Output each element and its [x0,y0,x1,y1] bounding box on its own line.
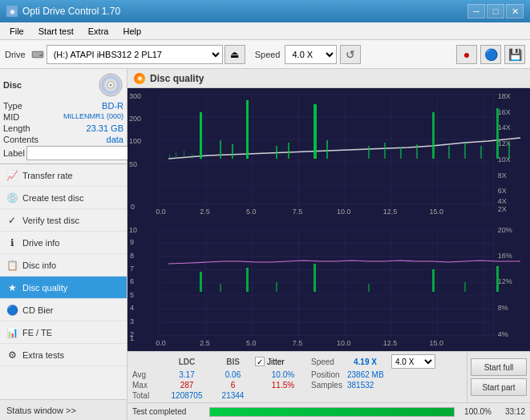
svg-rect-7 [127,88,530,220]
progress-area: Test completed 100.0% 33:12 [127,402,530,420]
svg-text:12.5: 12.5 [383,208,398,216]
action-buttons: Start full Start part [467,352,530,402]
svg-text:5.0: 5.0 [246,339,257,347]
svg-text:10: 10 [129,226,137,234]
sidebar-item-verify-test-disc[interactable]: ✓ Verify test disc [0,209,127,232]
stats-area: LDC BIS ✓ Jitter Speed 4.19 X 4.0 X Avg [127,351,530,402]
svg-rect-53 [368,146,370,159]
stats-table: LDC BIS ✓ Jitter Speed 4.19 X 4.0 X Avg [127,352,467,402]
progress-bar-fill [210,408,454,416]
samples-value: 381532 [347,381,411,390]
settings-button[interactable]: ● [456,45,477,64]
length-label: Length [3,123,30,133]
label-label: Label [3,148,25,158]
sidebar-item-disc-quality[interactable]: ★ Disc quality [0,277,127,299]
ldc-header: LDC [163,357,211,366]
max-jitter: 11.5% [255,381,311,390]
svg-rect-66 [192,154,192,159]
drive-info-icon: ℹ [6,237,18,248]
extra-tests-icon: ⚙ [6,349,18,361]
status-window-label: Status window >> [6,406,76,415]
svg-rect-116 [464,282,466,292]
total-row: Total 1208705 21344 [132,391,462,400]
svg-text:15.0: 15.0 [430,208,444,216]
app-icon: ◉ [6,6,18,17]
nav-section: 📈 Transfer rate 💿 Create test disc ✓ Ver… [0,164,127,399]
sidebar-item-extra-tests[interactable]: ⚙ Extra tests [0,344,127,366]
menu-extra[interactable]: Extra [82,25,115,38]
svg-text:8%: 8% [498,304,508,312]
sidebar-item-cd-bier[interactable]: 🔵 CD Bier [0,299,127,321]
chart-icon: ◉ [134,73,145,84]
position-value: 23862 MB [347,370,411,379]
mid-label: MID [3,112,19,122]
sidebar-item-fe-te[interactable]: 📊 FE / TE [0,321,127,344]
eject-button[interactable]: ⏏ [225,45,245,64]
max-ldc: 287 [163,381,211,390]
svg-rect-46 [246,100,249,159]
sidebar-item-transfer-rate[interactable]: 📈 Transfer rate [0,164,127,187]
content-panel: ◉ Disc quality LDC Read speed [127,69,530,420]
sidebar-item-create-test-disc[interactable]: 💿 Create test disc [0,187,127,209]
menu-help[interactable]: Help [116,25,148,38]
svg-rect-114 [276,282,277,292]
sidebar: Disc Type BD-R MID MILLENMR1 (000) [0,69,127,420]
sidebar-item-drive-info[interactable]: ℹ Drive info [0,232,127,254]
svg-text:14X: 14X [498,123,511,131]
svg-text:4%: 4% [498,330,508,338]
refresh-button[interactable]: ↺ [340,45,361,64]
contents-label: Contents [3,135,38,144]
svg-text:200: 200 [129,115,141,123]
progress-status: Test completed [132,407,204,416]
svg-rect-57 [432,112,435,159]
svg-text:12%: 12% [498,277,512,285]
disc-quality-label: Disc quality [22,283,67,293]
start-part-button[interactable]: Start part [471,378,527,396]
svg-text:2X: 2X [498,205,507,213]
contents-value: data [107,135,123,144]
svg-rect-62 [508,143,510,159]
progress-percent: 100.0% [459,407,492,416]
type-label: Type [3,101,22,111]
svg-text:16%: 16% [498,252,512,260]
bottom-chart-svg: 10 9 8 7 6 5 4 3 2 1 20% 16% 12% 8% 4% [127,220,530,351]
disc-panel: Disc Type BD-R MID MILLENMR1 (000) [0,69,127,164]
close-button[interactable]: ✕ [506,4,524,18]
progress-time: 33:12 [496,407,525,416]
svg-text:0.0: 0.0 [156,208,166,216]
disc-info-label: Disc info [22,260,56,270]
sidebar-item-disc-info[interactable]: 📋 Disc info [0,254,127,277]
svg-text:100: 100 [129,137,141,145]
svg-rect-54 [384,143,386,159]
max-bis: 6 [211,381,255,390]
total-label: Total [132,391,163,400]
minimize-button[interactable]: ─ [467,4,485,18]
titlebar: ◉ Opti Drive Control 1.70 ─ □ ✕ [0,0,530,22]
start-full-button[interactable]: Start full [471,358,527,376]
type-value: BD-R [102,101,123,111]
save-button[interactable]: 💾 [504,45,525,64]
svg-rect-108 [200,272,202,292]
verify-test-icon: ✓ [6,215,18,226]
jitter-checkbox[interactable]: ✓ [255,357,265,366]
fe-te-label: FE / TE [22,328,52,337]
speed-unit-select[interactable]: 4.0 X [391,354,435,369]
menu-file[interactable]: File [3,25,30,38]
main-area: Disc Type BD-R MID MILLENMR1 (000) [0,69,530,420]
svg-rect-47 [220,140,221,159]
total-ldc: 1208705 [163,391,211,400]
status-window-button[interactable]: Status window >> [0,399,127,420]
label-input[interactable] [26,146,133,160]
drive-icon [30,47,45,62]
svg-text:2.5: 2.5 [200,339,210,347]
svg-rect-2 [39,55,42,56]
svg-rect-45 [200,112,202,159]
info-button[interactable]: 🔵 [480,45,501,64]
svg-text:15.0: 15.0 [430,339,444,347]
speed-select[interactable]: 4.0 X [285,45,337,64]
svg-text:12.5: 12.5 [383,339,398,347]
svg-rect-60 [480,146,482,159]
menu-start-test[interactable]: Start test [32,25,80,38]
drive-select[interactable]: (H:) ATAPI iHBS312 2 PL17 [47,45,223,64]
maximize-button[interactable]: □ [487,4,504,18]
